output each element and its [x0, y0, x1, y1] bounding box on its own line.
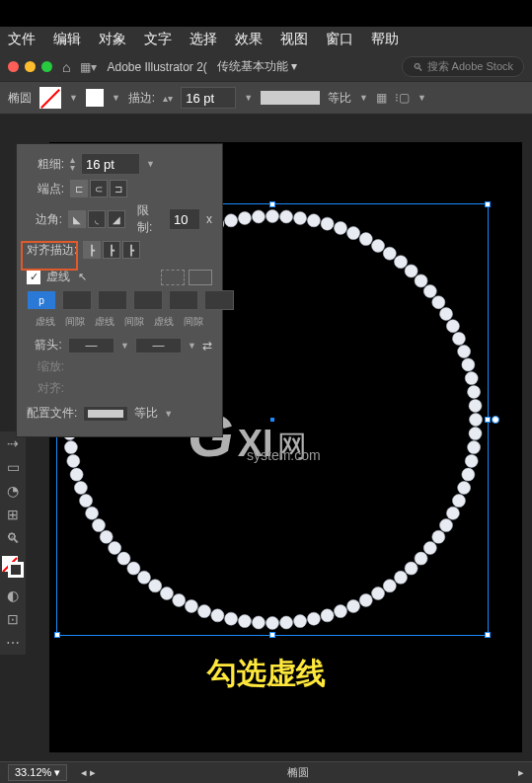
- free-transform-tool-icon[interactable]: ▭: [7, 459, 20, 475]
- stroke-swatch[interactable]: [86, 89, 104, 107]
- resize-handle-se[interactable]: [485, 632, 491, 638]
- corner-bevel-button[interactable]: ◢: [108, 210, 125, 228]
- tool-panel: ⇢ ▭ ◔ ⊞ 🔍︎ ◐ ⊡ ⋯: [0, 431, 26, 655]
- stepper-icon[interactable]: ▴▾: [70, 156, 75, 172]
- stroke-weight-input[interactable]: [181, 87, 236, 109]
- limit-label: 限制:: [137, 202, 163, 236]
- menu-file[interactable]: 文件: [8, 31, 36, 48]
- zoom-input[interactable]: 33.12% ▾: [8, 764, 67, 781]
- menu-select[interactable]: 选择: [190, 31, 217, 48]
- edit-toolbar-icon[interactable]: ⋯: [6, 635, 20, 651]
- dashed-line-checkbox[interactable]: ✓: [27, 271, 40, 284]
- nav-icon[interactable]: ◂ ▸: [81, 766, 96, 779]
- workspace-selector[interactable]: 传统基本功能 ▾: [217, 58, 297, 75]
- dash-input-2[interactable]: [98, 290, 127, 310]
- screen-mode-icon[interactable]: ⊡: [7, 611, 19, 627]
- gap-input-1[interactable]: [62, 290, 92, 310]
- menu-effect[interactable]: 效果: [235, 31, 263, 48]
- align-inside-button[interactable]: ┣: [103, 241, 120, 259]
- swap-arrows-icon[interactable]: ⇄: [202, 339, 212, 352]
- arrange-panels-icon[interactable]: ▦▾: [80, 60, 97, 74]
- chevron-down-icon[interactable]: ▼: [359, 93, 368, 103]
- opacity-icon[interactable]: ▦: [376, 91, 387, 105]
- gap-label: 间隙: [179, 315, 208, 329]
- menu-type[interactable]: 文字: [144, 31, 172, 48]
- menu-view[interactable]: 视图: [280, 31, 308, 48]
- chevron-down-icon[interactable]: ▼: [69, 93, 78, 103]
- dashed-label: 虚线: [46, 269, 70, 285]
- arrow-label: 箭头:: [27, 337, 62, 353]
- cap-projecting-button[interactable]: ⊐: [110, 180, 127, 197]
- stepper-icon[interactable]: ▴▾: [163, 93, 173, 104]
- fill-stroke-tool[interactable]: [2, 556, 24, 578]
- dash-input-3[interactable]: [169, 290, 198, 310]
- corner-round-button[interactable]: ◟: [88, 210, 106, 228]
- draw-mode-icon[interactable]: ◐: [7, 587, 19, 603]
- dash-align-button[interactable]: [189, 270, 212, 285]
- chevron-down-icon[interactable]: ▼: [188, 341, 196, 351]
- cap-butt-button[interactable]: ⊏: [70, 180, 88, 197]
- chevron-down-icon[interactable]: ▼: [112, 93, 120, 103]
- scale-label: 缩放:: [27, 358, 64, 375]
- chevron-right-icon[interactable]: ▸: [518, 766, 524, 779]
- search-input[interactable]: 🔍︎ 搜索 Adobe Stock: [402, 56, 524, 77]
- minimize-window-icon[interactable]: [25, 61, 36, 72]
- chevron-down-icon[interactable]: ▼: [244, 93, 253, 103]
- fill-swatch[interactable]: [39, 87, 61, 109]
- profile-label: 配置文件:: [27, 405, 77, 422]
- chevron-down-icon[interactable]: ▼: [120, 341, 129, 351]
- stroke-panel: 粗细: ▴▾ ▼ 端点: ⊏ ⊂ ⊐ 边角: ◣ ◟ ◢ 限制: x 对齐描: [16, 143, 223, 437]
- home-icon[interactable]: ⌂: [62, 59, 70, 75]
- align-center-button[interactable]: ┣: [83, 241, 101, 259]
- arrow-end-select[interactable]: —: [135, 338, 182, 353]
- stroke-profile[interactable]: [261, 91, 320, 105]
- maximize-window-icon[interactable]: [41, 61, 52, 72]
- chevron-down-icon[interactable]: ▼: [418, 93, 426, 103]
- resize-handle-ne[interactable]: [485, 201, 491, 207]
- cap-round-button[interactable]: ⊂: [90, 180, 108, 197]
- artboard-tool-icon[interactable]: ⊞: [7, 507, 19, 522]
- gap-input-2[interactable]: [133, 290, 163, 310]
- limit-suffix: x: [206, 212, 212, 226]
- gap-label: 间隙: [60, 315, 90, 329]
- profile-select[interactable]: [83, 406, 128, 422]
- gap-input-3[interactable]: [204, 290, 234, 310]
- zoom-tool-icon[interactable]: 🔍︎: [6, 530, 20, 546]
- weight-label: 粗细:: [27, 156, 64, 173]
- shape-builder-tool-icon[interactable]: ◔: [7, 483, 19, 499]
- window-controls: [8, 61, 52, 72]
- menu-object[interactable]: 对象: [99, 31, 126, 48]
- pie-angle-handle[interactable]: [492, 416, 499, 424]
- control-bar: 椭圆 ▼ ▼ 描边: ▴▾ ▼ 等比 ▼ ▦ ⁝▢ ▼: [0, 81, 532, 115]
- chevron-down-icon[interactable]: ▼: [164, 409, 173, 419]
- resize-handle-n[interactable]: [269, 201, 275, 207]
- title-bar: ⌂ ▦▾ Adobe Illustrator 2( 传统基本功能 ▾ 🔍︎ 搜索…: [0, 52, 532, 81]
- document-name: Adobe Illustrator 2(: [107, 60, 206, 74]
- dash-preserve-button[interactable]: [161, 270, 185, 285]
- cap-label: 端点:: [27, 181, 64, 197]
- resize-handle-sw[interactable]: [54, 632, 60, 638]
- menu-bar: 文件 编辑 对象 文字 选择 效果 视图 窗口 帮助: [0, 27, 532, 52]
- chevron-down-icon[interactable]: ▼: [146, 159, 155, 169]
- arrow-start-select[interactable]: —: [68, 338, 114, 353]
- close-window-icon[interactable]: [8, 61, 19, 72]
- dash-label: 虚线: [149, 315, 179, 329]
- dash-input-1[interactable]: [27, 290, 56, 310]
- stroke-label: 描边:: [128, 90, 155, 107]
- align-stroke-label: 对齐描边:: [27, 242, 77, 259]
- resize-handle-e[interactable]: [485, 417, 491, 423]
- profile-value: 等比: [134, 405, 158, 422]
- miter-limit-input[interactable]: [169, 208, 200, 230]
- corner-miter-button[interactable]: ◣: [68, 210, 86, 228]
- search-icon: 🔍︎: [413, 61, 423, 73]
- menu-window[interactable]: 窗口: [326, 31, 353, 48]
- more-options-icon[interactable]: ⁝▢: [395, 91, 410, 105]
- align-arrow-label: 对齐:: [27, 380, 64, 397]
- menu-edit[interactable]: 编辑: [53, 31, 81, 48]
- align-outside-button[interactable]: ┣: [122, 241, 140, 259]
- resize-handle-s[interactable]: [269, 632, 275, 638]
- weight-input[interactable]: [81, 153, 140, 175]
- width-tool-icon[interactable]: ⇢: [7, 435, 19, 451]
- gap-label: 间隙: [119, 315, 149, 329]
- menu-help[interactable]: 帮助: [371, 31, 399, 48]
